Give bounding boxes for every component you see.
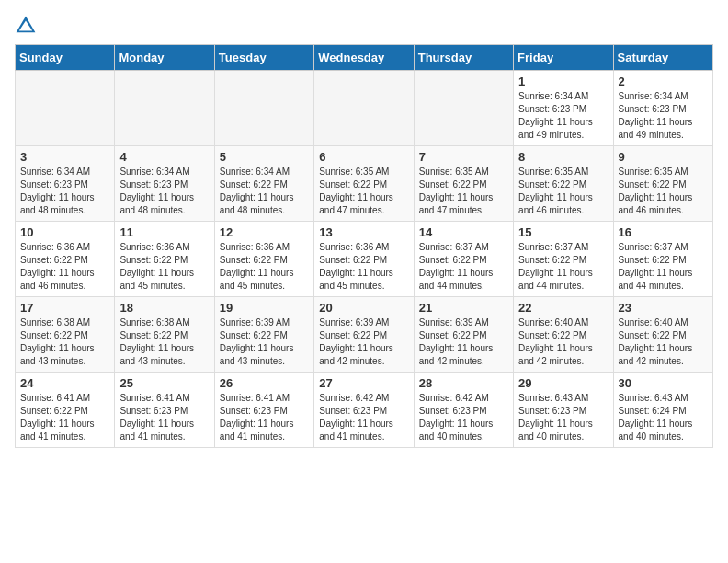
day-info: Sunrise: 6:42 AM Sunset: 6:23 PM Dayligh… (319, 392, 408, 443)
day-info: Sunrise: 6:36 AM Sunset: 6:22 PM Dayligh… (20, 241, 109, 293)
day-number: 3 (20, 150, 109, 164)
day-number: 27 (319, 376, 408, 390)
day-number: 1 (518, 75, 608, 88)
day-info: Sunrise: 6:34 AM Sunset: 6:23 PM Dayligh… (518, 90, 608, 142)
day-info: Sunrise: 6:35 AM Sunset: 6:22 PM Dayligh… (518, 166, 608, 217)
calendar-cell: 12Sunrise: 6:36 AM Sunset: 6:22 PM Dayli… (214, 222, 313, 297)
day-info: Sunrise: 6:34 AM Sunset: 6:22 PM Dayligh… (220, 166, 309, 217)
day-info: Sunrise: 6:35 AM Sunset: 6:22 PM Dayligh… (419, 166, 508, 217)
calendar-week-row: 10Sunrise: 6:36 AM Sunset: 6:22 PM Dayli… (16, 222, 713, 297)
calendar-cell: 5Sunrise: 6:34 AM Sunset: 6:22 PM Daylig… (214, 146, 313, 222)
calendar-day-header: Friday (514, 45, 613, 71)
day-info: Sunrise: 6:36 AM Sunset: 6:22 PM Dayligh… (319, 241, 408, 293)
day-number: 30 (619, 376, 708, 390)
day-number: 25 (119, 376, 209, 390)
logo-icon (15, 15, 37, 37)
day-number: 9 (619, 150, 708, 164)
day-info: Sunrise: 6:43 AM Sunset: 6:24 PM Dayligh… (619, 392, 708, 443)
calendar-week-row: 3Sunrise: 6:34 AM Sunset: 6:23 PM Daylig… (16, 146, 713, 222)
page-header (15, 15, 713, 37)
day-number: 7 (419, 150, 508, 164)
calendar-day-header: Saturday (613, 45, 712, 71)
calendar-week-row: 1Sunrise: 6:34 AM Sunset: 6:23 PM Daylig… (16, 71, 713, 146)
day-number: 24 (20, 376, 109, 390)
day-info: Sunrise: 6:35 AM Sunset: 6:22 PM Dayligh… (319, 166, 408, 217)
day-info: Sunrise: 6:38 AM Sunset: 6:22 PM Dayligh… (119, 316, 209, 368)
day-info: Sunrise: 6:38 AM Sunset: 6:22 PM Dayligh… (20, 316, 109, 368)
calendar-cell: 20Sunrise: 6:39 AM Sunset: 6:22 PM Dayli… (314, 297, 414, 373)
calendar-cell: 30Sunrise: 6:43 AM Sunset: 6:24 PM Dayli… (613, 373, 712, 448)
calendar-cell: 25Sunrise: 6:41 AM Sunset: 6:23 PM Dayli… (115, 373, 214, 448)
calendar-cell: 23Sunrise: 6:40 AM Sunset: 6:22 PM Dayli… (613, 297, 712, 373)
day-info: Sunrise: 6:41 AM Sunset: 6:23 PM Dayligh… (220, 392, 309, 443)
day-number: 15 (518, 225, 608, 239)
day-number: 19 (220, 301, 309, 315)
calendar-cell (314, 71, 414, 146)
calendar-cell: 22Sunrise: 6:40 AM Sunset: 6:22 PM Dayli… (514, 297, 613, 373)
day-number: 18 (119, 301, 209, 315)
calendar-cell: 6Sunrise: 6:35 AM Sunset: 6:22 PM Daylig… (314, 146, 414, 222)
calendar-cell: 3Sunrise: 6:34 AM Sunset: 6:23 PM Daylig… (16, 146, 115, 222)
day-info: Sunrise: 6:39 AM Sunset: 6:22 PM Dayligh… (319, 316, 408, 368)
day-info: Sunrise: 6:40 AM Sunset: 6:22 PM Dayligh… (619, 316, 708, 368)
day-info: Sunrise: 6:41 AM Sunset: 6:23 PM Dayligh… (119, 392, 209, 443)
calendar-cell: 1Sunrise: 6:34 AM Sunset: 6:23 PM Daylig… (514, 71, 613, 146)
day-number: 2 (619, 75, 708, 88)
day-info: Sunrise: 6:43 AM Sunset: 6:23 PM Dayligh… (518, 392, 608, 443)
calendar-cell: 29Sunrise: 6:43 AM Sunset: 6:23 PM Dayli… (514, 373, 613, 448)
calendar-week-row: 24Sunrise: 6:41 AM Sunset: 6:22 PM Dayli… (16, 373, 713, 448)
calendar-cell: 11Sunrise: 6:36 AM Sunset: 6:22 PM Dayli… (115, 222, 214, 297)
calendar-cell (16, 71, 115, 146)
day-number: 13 (319, 225, 408, 239)
day-number: 16 (619, 225, 708, 239)
day-info: Sunrise: 6:42 AM Sunset: 6:23 PM Dayligh… (419, 392, 508, 443)
calendar-cell: 15Sunrise: 6:37 AM Sunset: 6:22 PM Dayli… (514, 222, 613, 297)
calendar-cell: 7Sunrise: 6:35 AM Sunset: 6:22 PM Daylig… (414, 146, 513, 222)
calendar-cell: 26Sunrise: 6:41 AM Sunset: 6:23 PM Dayli… (214, 373, 313, 448)
day-info: Sunrise: 6:39 AM Sunset: 6:22 PM Dayligh… (419, 316, 508, 368)
day-number: 12 (220, 225, 309, 239)
day-number: 14 (419, 225, 508, 239)
day-info: Sunrise: 6:37 AM Sunset: 6:22 PM Dayligh… (619, 241, 708, 293)
day-info: Sunrise: 6:36 AM Sunset: 6:22 PM Dayligh… (220, 241, 309, 293)
day-number: 23 (619, 301, 708, 315)
calendar-day-header: Sunday (16, 45, 115, 71)
day-number: 28 (419, 376, 508, 390)
calendar-week-row: 17Sunrise: 6:38 AM Sunset: 6:22 PM Dayli… (16, 297, 713, 373)
day-number: 6 (319, 150, 408, 164)
day-number: 26 (220, 376, 309, 390)
calendar-cell: 14Sunrise: 6:37 AM Sunset: 6:22 PM Dayli… (414, 222, 513, 297)
day-info: Sunrise: 6:36 AM Sunset: 6:22 PM Dayligh… (119, 241, 209, 293)
day-info: Sunrise: 6:34 AM Sunset: 6:23 PM Dayligh… (619, 90, 708, 142)
calendar-cell: 10Sunrise: 6:36 AM Sunset: 6:22 PM Dayli… (16, 222, 115, 297)
day-info: Sunrise: 6:39 AM Sunset: 6:22 PM Dayligh… (220, 316, 309, 368)
day-number: 4 (119, 150, 209, 164)
day-number: 5 (220, 150, 309, 164)
day-info: Sunrise: 6:34 AM Sunset: 6:23 PM Dayligh… (20, 166, 109, 217)
calendar-cell: 9Sunrise: 6:35 AM Sunset: 6:22 PM Daylig… (613, 146, 712, 222)
day-info: Sunrise: 6:40 AM Sunset: 6:22 PM Dayligh… (518, 316, 608, 368)
day-number: 29 (518, 376, 608, 390)
day-number: 20 (319, 301, 408, 315)
day-number: 22 (518, 301, 608, 315)
calendar-day-header: Monday (115, 45, 214, 71)
day-info: Sunrise: 6:37 AM Sunset: 6:22 PM Dayligh… (518, 241, 608, 293)
calendar-table: SundayMondayTuesdayWednesdayThursdayFrid… (15, 44, 713, 448)
day-number: 11 (119, 225, 209, 239)
calendar-cell: 19Sunrise: 6:39 AM Sunset: 6:22 PM Dayli… (214, 297, 313, 373)
calendar-header-row: SundayMondayTuesdayWednesdayThursdayFrid… (16, 45, 713, 71)
calendar-cell: 28Sunrise: 6:42 AM Sunset: 6:23 PM Dayli… (414, 373, 513, 448)
calendar-day-header: Wednesday (314, 45, 414, 71)
day-info: Sunrise: 6:34 AM Sunset: 6:23 PM Dayligh… (119, 166, 209, 217)
calendar-cell: 13Sunrise: 6:36 AM Sunset: 6:22 PM Dayli… (314, 222, 414, 297)
calendar-cell: 4Sunrise: 6:34 AM Sunset: 6:23 PM Daylig… (115, 146, 214, 222)
calendar-cell: 17Sunrise: 6:38 AM Sunset: 6:22 PM Dayli… (16, 297, 115, 373)
calendar-cell: 18Sunrise: 6:38 AM Sunset: 6:22 PM Dayli… (115, 297, 214, 373)
calendar-day-header: Thursday (414, 45, 513, 71)
calendar-cell: 27Sunrise: 6:42 AM Sunset: 6:23 PM Dayli… (314, 373, 414, 448)
calendar-cell (414, 71, 513, 146)
calendar-cell (115, 71, 214, 146)
calendar-day-header: Tuesday (214, 45, 313, 71)
calendar-cell: 16Sunrise: 6:37 AM Sunset: 6:22 PM Dayli… (613, 222, 712, 297)
logo (15, 15, 40, 37)
